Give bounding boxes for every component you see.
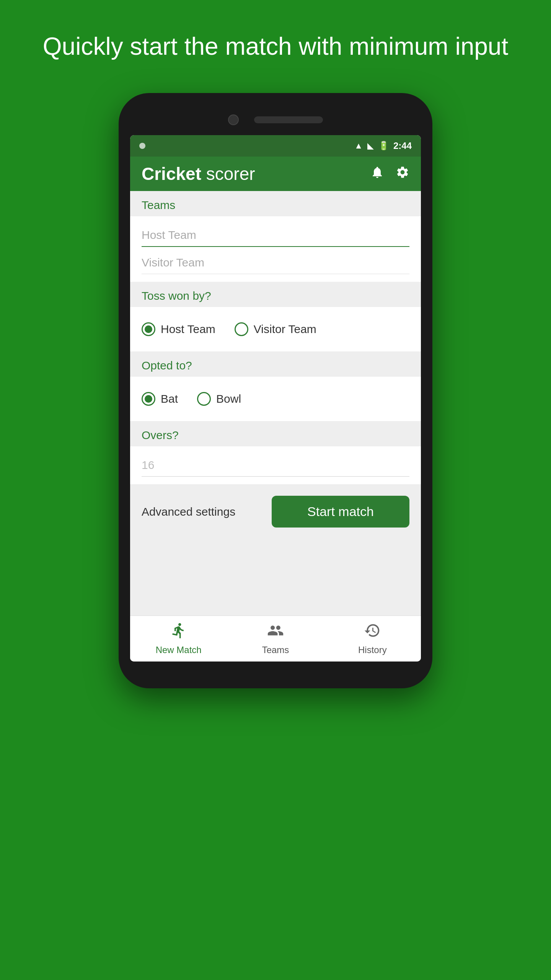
toss-host-team-label: Host Team	[161, 323, 215, 336]
nav-item-new-match[interactable]: New Match	[130, 618, 227, 659]
signal-icon: ◣	[367, 141, 374, 151]
phone-speaker	[254, 116, 323, 123]
status-dot	[139, 143, 145, 149]
status-bar: ▲ ◣ 🔋 2:44	[130, 135, 421, 157]
toss-visitor-team-label: Visitor Team	[254, 323, 316, 336]
app-title-bold: Cricket	[142, 164, 201, 184]
nav-item-history[interactable]: History	[324, 618, 421, 659]
host-team-input[interactable]	[142, 224, 409, 247]
wifi-icon: ▲	[354, 141, 363, 151]
battery-icon: 🔋	[378, 141, 389, 151]
nav-item-teams[interactable]: Teams	[227, 618, 324, 659]
new-match-icon	[170, 622, 187, 642]
phone-frame: ▲ ◣ 🔋 2:44 Cricket scorer	[119, 93, 432, 688]
opted-bat-label: Bat	[161, 392, 178, 405]
toss-host-team-radio[interactable]: Host Team	[142, 322, 215, 336]
visitor-team-input[interactable]	[142, 252, 409, 274]
overs-input[interactable]	[142, 454, 409, 477]
gear-icon[interactable]	[396, 165, 409, 183]
opted-section-label: Opted to?	[130, 351, 421, 377]
phone-camera	[228, 114, 239, 125]
opted-card: Bat Bowl	[130, 377, 421, 421]
app-bar: Cricket scorer	[130, 157, 421, 191]
nav-label-teams: Teams	[262, 645, 289, 655]
opted-bowl-radio[interactable]: Bowl	[197, 392, 241, 406]
teams-card	[130, 216, 421, 282]
status-time: 2:44	[393, 140, 412, 151]
empty-area	[130, 539, 421, 616]
notification-icon[interactable]	[370, 165, 384, 183]
app-title: Cricket scorer	[142, 163, 255, 184]
phone-screen: ▲ ◣ 🔋 2:44 Cricket scorer	[130, 135, 421, 662]
nav-label-new-match: New Match	[156, 645, 202, 655]
teams-icon	[267, 622, 284, 642]
toss-section-label: Toss won by?	[130, 282, 421, 307]
promo-text: Quickly start the match with minimum inp…	[43, 31, 508, 62]
history-icon	[364, 622, 381, 642]
toss-card: Host Team Visitor Team	[130, 307, 421, 351]
overs-section-label: Overs?	[130, 421, 421, 446]
opted-bowl-label: Bowl	[216, 392, 241, 405]
overs-card	[130, 446, 421, 484]
toss-visitor-team-radio[interactable]: Visitor Team	[235, 322, 316, 336]
actions-row: Advanced settings Start match	[130, 484, 421, 539]
opted-bat-radio[interactable]: Bat	[142, 392, 178, 406]
app-title-light: scorer	[201, 164, 255, 184]
nav-label-history: History	[358, 645, 387, 655]
start-match-button[interactable]: Start match	[272, 496, 409, 528]
bottom-nav: New Match Teams History	[130, 616, 421, 662]
teams-section-label: Teams	[130, 191, 421, 216]
advanced-settings-button[interactable]: Advanced settings	[142, 505, 235, 518]
